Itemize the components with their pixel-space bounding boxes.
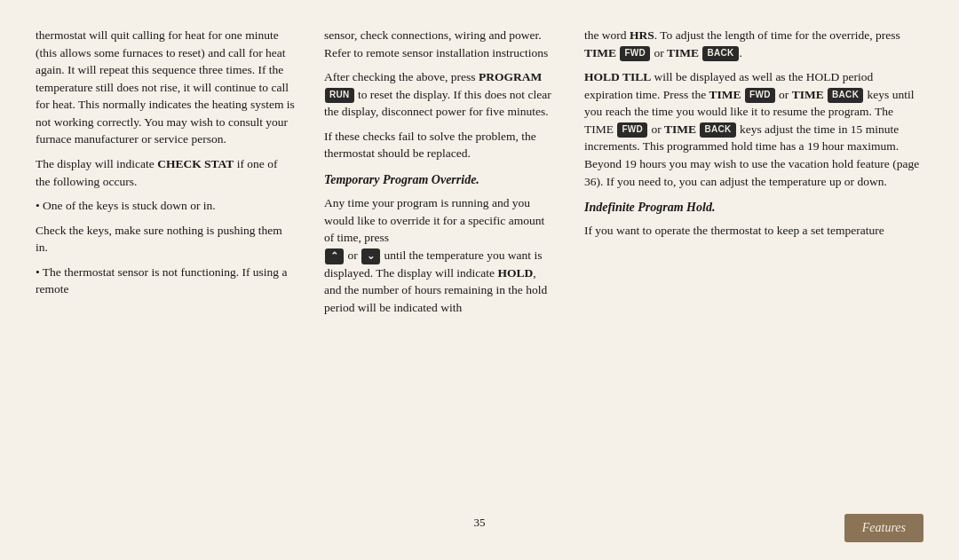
hrs-bold: HRS bbox=[630, 28, 654, 42]
fwd-badge-1: FWD bbox=[620, 46, 650, 61]
mid-para2: After checking the above, press PROGRAM … bbox=[324, 68, 555, 121]
right-para2: HOLD TILL will be displayed as well as t… bbox=[584, 68, 923, 190]
check-stat-intro: The display will indicate bbox=[36, 157, 157, 170]
col-right: the word HRS. To adjust the length of ti… bbox=[568, 27, 923, 508]
run-badge: RUN bbox=[325, 88, 354, 103]
time-fwd2-label: TIME bbox=[709, 88, 741, 101]
page-number: 35 bbox=[36, 515, 923, 533]
the-word-intro: the word bbox=[584, 28, 630, 42]
mid-para1: sensor, check connections, wiring and po… bbox=[324, 27, 555, 61]
mid-para4: Any time your program is running and you… bbox=[324, 194, 555, 316]
time-back1-label: TIME bbox=[667, 46, 699, 59]
check-bold: CHECK STAT bbox=[157, 157, 234, 170]
program-label: PROGRAM bbox=[479, 70, 542, 83]
columns: thermostat will quit calling for heat fo… bbox=[36, 27, 923, 508]
bullet1: • One of the keys is stuck down or in. bbox=[36, 197, 295, 215]
or2-text: or bbox=[779, 88, 789, 101]
col-left: thermostat will quit calling for heat fo… bbox=[36, 27, 311, 508]
check-keys: Check the keys, make sure nothing is pus… bbox=[36, 222, 295, 256]
or3-text: or bbox=[651, 122, 661, 136]
check-stat-para: The display will indicate CHECK STAT if … bbox=[36, 155, 295, 190]
or-text: or bbox=[347, 248, 357, 262]
right-para1-rest: . To adjust the length of time for the o… bbox=[654, 28, 900, 42]
time-fwd1-label: TIME bbox=[584, 46, 616, 59]
hold-bold: HOLD bbox=[497, 266, 533, 280]
indef-heading: Indefinite Program Hold. bbox=[584, 199, 923, 217]
fwd-badge-2: FWD bbox=[745, 88, 775, 103]
back-badge-2: BACK bbox=[828, 88, 863, 103]
bullet2: • The thermostat sensor is not functioni… bbox=[36, 264, 295, 298]
fwd-badge-3: FWD bbox=[617, 122, 647, 138]
left-para1: thermostat will quit calling for heat fo… bbox=[36, 27, 295, 148]
col-mid: sensor, check connections, wiring and po… bbox=[311, 27, 568, 508]
hold-till-bold: HOLD TILL bbox=[584, 70, 651, 83]
or1-text: or bbox=[654, 46, 667, 59]
up-badge: ⌃ bbox=[325, 248, 344, 264]
right-para1: the word HRS. To adjust the length of ti… bbox=[584, 27, 923, 61]
time-back2-label: TIME bbox=[792, 88, 824, 101]
back-badge-1: BACK bbox=[702, 46, 738, 61]
back-badge-3: BACK bbox=[700, 122, 735, 138]
features-button[interactable]: Features bbox=[844, 514, 923, 542]
page-container: thermostat will quit calling for heat fo… bbox=[0, 0, 959, 560]
mid-para3: If these checks fail to solve the proble… bbox=[324, 128, 555, 162]
temp-override-heading: Temporary Program Override. bbox=[324, 171, 555, 189]
time-back3-label: TIME bbox=[664, 122, 696, 136]
after-checking-intro: After checking the above, press bbox=[324, 70, 479, 83]
mid-para2-rest: to reset the display. If this does not c… bbox=[324, 88, 551, 119]
indef-para: If you want to operate the thermostat to… bbox=[584, 222, 923, 240]
mid-para4-text: Any time your program is running and you… bbox=[324, 196, 544, 244]
down-badge: ⌄ bbox=[361, 248, 380, 264]
